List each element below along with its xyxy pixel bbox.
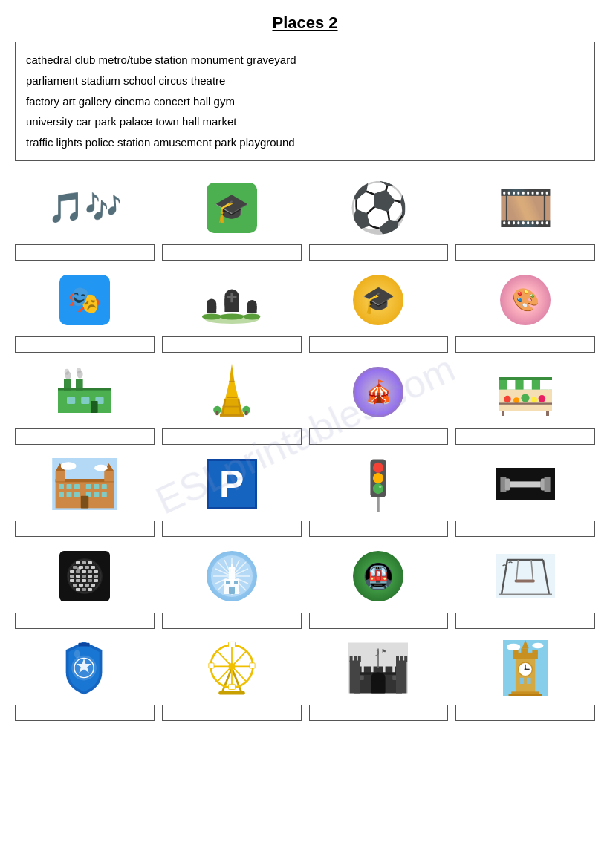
answer-stadium[interactable] (309, 244, 449, 261)
football-icon: ⚽ (348, 180, 409, 236)
svg-point-77 (373, 483, 383, 494)
svg-rect-82 (510, 481, 541, 487)
svg-rect-22 (91, 401, 98, 413)
answer-palace[interactable] (162, 428, 302, 445)
icon-area-circus: 🎪 (309, 359, 449, 425)
icon-area-school: 🎓 (162, 174, 302, 241)
answer-graveyard[interactable] (162, 336, 302, 353)
svg-rect-89 (88, 561, 92, 564)
svg-rect-176 (396, 656, 399, 662)
svg-rect-144 (79, 643, 90, 647)
svg-rect-54 (66, 484, 71, 489)
svg-rect-68 (104, 471, 114, 481)
cathedral-circle-icon (207, 551, 257, 601)
castle-monument-icon: ☽ ⚑ (348, 640, 408, 696)
svg-point-13 (65, 369, 69, 375)
cell-monument: ☽ ⚑ (309, 635, 449, 721)
answer-playground[interactable] (455, 613, 595, 629)
icon-area-playground (455, 543, 595, 610)
answer-metro[interactable] (309, 613, 449, 629)
answer-policestation[interactable] (15, 705, 155, 721)
svg-rect-58 (102, 484, 107, 489)
svg-point-47 (539, 395, 546, 402)
svg-rect-59 (59, 492, 64, 497)
svg-rect-55 (74, 484, 80, 489)
svg-point-168 (371, 673, 386, 682)
answer-club[interactable] (15, 613, 155, 629)
svg-rect-132 (234, 581, 238, 584)
answer-theatre[interactable] (15, 336, 155, 353)
church-icon (210, 554, 254, 598)
svg-marker-25 (225, 382, 239, 398)
svg-point-71 (61, 462, 77, 470)
svg-rect-73 (377, 495, 380, 512)
cell-factory (15, 359, 155, 445)
answer-trafficlights[interactable] (309, 521, 449, 537)
icon-area-metro: 🚇 (309, 543, 449, 610)
answer-university[interactable] (309, 336, 449, 353)
svg-rect-38 (499, 379, 507, 389)
answer-gym[interactable] (455, 521, 595, 537)
svg-rect-102 (88, 575, 92, 578)
answer-parliament[interactable] (15, 521, 155, 537)
market-icon (496, 366, 555, 418)
svg-point-9 (202, 313, 221, 319)
vocabulary-box: cathedral club metro/tube station monume… (15, 42, 595, 161)
svg-rect-23 (58, 388, 111, 390)
svg-rect-90 (73, 566, 77, 569)
svg-point-184 (532, 643, 543, 649)
cell-artgallery: 🎨 (455, 267, 595, 353)
carpark-sign-icon: P (207, 459, 257, 509)
svg-rect-36 (244, 411, 247, 415)
svg-rect-95 (76, 570, 80, 573)
answer-film[interactable] (455, 244, 595, 261)
svg-rect-30 (222, 405, 241, 407)
answer-cathedral[interactable] (162, 613, 302, 629)
answer-factory[interactable] (15, 428, 155, 445)
answer-market[interactable] (455, 428, 595, 445)
answer-cinema[interactable] (15, 244, 155, 261)
cell-club (15, 543, 155, 629)
svg-rect-98 (94, 570, 98, 573)
cell-townhall (455, 635, 595, 721)
answer-artgallery[interactable] (455, 336, 595, 353)
answer-townhall[interactable] (455, 705, 595, 721)
cell-gym (455, 451, 595, 537)
svg-rect-41 (499, 377, 552, 380)
cell-school: 🎓 (162, 174, 302, 261)
cell-theatre: 🎭 (15, 267, 155, 353)
answer-amusementpark[interactable] (162, 705, 302, 721)
svg-rect-60 (66, 492, 71, 497)
icon-area-market (455, 359, 595, 425)
parliament-building-icon (51, 458, 118, 510)
svg-point-11 (220, 313, 244, 319)
svg-rect-108 (94, 579, 98, 582)
police-badge-icon (60, 640, 108, 696)
university-icon: 🎓 (353, 275, 403, 325)
svg-rect-35 (215, 411, 218, 415)
svg-rect-49 (502, 411, 504, 415)
svg-text:⚑: ⚑ (381, 648, 386, 655)
icon-area-cathedral (162, 543, 302, 610)
answer-monument[interactable] (309, 705, 449, 721)
answer-circus[interactable] (309, 428, 449, 445)
cell-cathedral (162, 543, 302, 629)
svg-rect-94 (70, 570, 74, 573)
svg-rect-158 (209, 663, 214, 668)
answer-school[interactable] (162, 244, 302, 261)
svg-rect-97 (88, 570, 92, 573)
svg-rect-28 (229, 381, 234, 382)
svg-point-45 (522, 394, 530, 402)
svg-rect-197 (519, 678, 524, 684)
graveyard-icon (202, 274, 262, 326)
svg-rect-39 (516, 379, 524, 389)
svg-rect-48 (499, 402, 552, 404)
svg-rect-61 (74, 492, 80, 497)
icon-area-club (15, 543, 155, 610)
svg-rect-110 (79, 584, 83, 587)
gym-dumbbell-icon (496, 462, 555, 506)
icon-area-artgallery: 🎨 (455, 267, 595, 333)
svg-rect-67 (56, 471, 65, 481)
answer-carpark[interactable] (162, 521, 302, 537)
svg-rect-113 (76, 588, 80, 591)
